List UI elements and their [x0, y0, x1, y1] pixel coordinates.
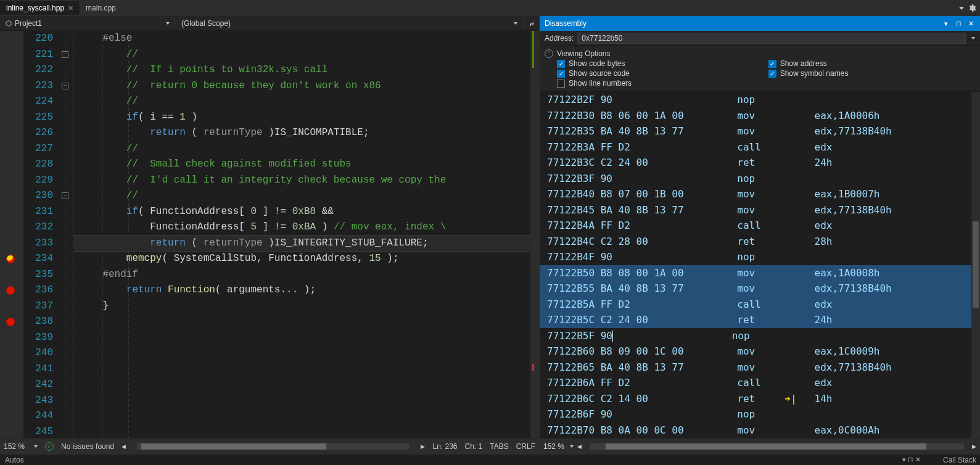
tab-main-cpp[interactable]: main.cpp — [80, 1, 122, 15]
option-codeBytes[interactable]: ✓Show code bytes — [557, 59, 759, 68]
disassembly-listing[interactable]: 77122B2F 90 nop 77122B30 B8 06 00 1A 00 … — [540, 92, 980, 438]
disasm-line[interactable]: 77122B70 B8 0A 00 0C 00 mov eax,0C000Ah — [540, 422, 980, 438]
disasm-line[interactable]: 77122B6A FF D2 call edx — [540, 375, 980, 391]
line-number-gutter: 2202212222232242252262272282292302312322… — [23, 31, 59, 438]
window-menu-icon[interactable]: ▾ — [942, 19, 950, 28]
option-symbol[interactable]: ✓Show symbol names — [768, 69, 975, 78]
project-selector[interactable]: Project1 — [0, 18, 175, 29]
disasm-line[interactable]: 77122B4C C2 28 00 ret 28h — [540, 234, 980, 250]
check-icon: ✓ — [45, 442, 54, 451]
chevron-down-icon[interactable] — [971, 37, 975, 39]
breakpoint-gutter[interactable] — [0, 31, 23, 438]
viewing-options-toggle[interactable]: ˄ Viewing Options — [545, 48, 975, 59]
close-icon[interactable]: ✕ — [68, 4, 73, 12]
file-tabs: inline_syscall.hpp ✕ main.cpp — [0, 0, 980, 16]
fold-toggle[interactable]: − — [62, 83, 68, 89]
breakpoint-marker[interactable] — [6, 255, 15, 263]
scope-bar: Project1 (Global Scope) ⇄ — [0, 16, 539, 31]
address-bar: Address: — [540, 31, 980, 46]
disasm-line[interactable]: 77122B40 B8 07 00 1B 00 mov eax,1B0007h — [540, 186, 980, 202]
disasm-line[interactable]: 77122B5F 90 nop — [540, 328, 980, 344]
disasm-line[interactable]: 77122B3F 90 nop — [540, 171, 980, 187]
indent-mode[interactable]: TABS — [490, 442, 508, 451]
vertical-scrollbar[interactable] — [971, 92, 980, 438]
tab-label: main.cpp — [86, 4, 116, 12]
code-line[interactable]: } — [74, 298, 530, 315]
disasm-line[interactable]: 77122B5A FF D2 call edx — [540, 297, 980, 313]
callstack-label[interactable]: Call Stack — [943, 456, 976, 464]
chevron-down-icon — [166, 22, 170, 25]
disasm-line[interactable]: 77122B4F 90 nop — [540, 249, 980, 265]
fold-gutter[interactable]: −−− — [59, 31, 74, 438]
address-label: Address: — [545, 34, 574, 43]
code-line[interactable]: // Small check against modified stubs — [74, 157, 530, 173]
checkbox-icon: ✓ — [557, 70, 565, 78]
disasm-line[interactable]: 77122B2F 90 nop — [540, 92, 980, 108]
zoom-level[interactable]: 152 % — [543, 442, 564, 451]
tabs-dropdown-icon[interactable] — [959, 7, 964, 10]
bottom-tool-windows: Autos ▾ ⊓ ✕ Call Stack — [0, 454, 980, 465]
chevron-down-icon[interactable] — [34, 445, 38, 448]
checkbox-icon — [557, 80, 565, 88]
code-line[interactable]: return Function( arguments... ); — [74, 282, 530, 298]
breakpoint-marker[interactable] — [6, 318, 15, 326]
code-line[interactable]: #endif — [74, 267, 530, 283]
disasm-line[interactable]: 77122B30 B8 06 00 1A 00 mov eax,1A0006h — [540, 108, 980, 124]
code-line[interactable]: memcpy( SystemCallStub, FunctionAddress,… — [74, 251, 530, 267]
address-input[interactable] — [577, 33, 966, 44]
viewing-options-label: Viewing Options — [557, 49, 611, 58]
zoom-level[interactable]: 152 % — [4, 442, 25, 451]
code-line[interactable]: // return 0 because they don't work on x… — [74, 78, 530, 94]
code-line[interactable]: #else — [74, 31, 530, 47]
disasm-line[interactable]: 77122B5C C2 24 00 ret 24h — [540, 312, 980, 328]
disassembly-titlebar[interactable]: Disassembly ▾ ⊓ ✕ — [540, 16, 980, 31]
disasm-line[interactable]: 77122B55 BA 40 8B 13 77 mov edx,77138B40… — [540, 281, 980, 297]
gear-icon[interactable] — [968, 4, 976, 12]
project-icon — [5, 20, 12, 27]
disasm-line[interactable]: 77122B6C C2 14 00 ret ➔| 14h — [540, 391, 980, 407]
checkbox-icon: ✓ — [768, 60, 776, 68]
option-address[interactable]: ✓Show address — [768, 59, 975, 68]
code-line[interactable]: // I'd call it an integrity check becaus… — [74, 173, 530, 189]
breakpoint-marker[interactable] — [6, 286, 15, 295]
horizontal-scrollbar[interactable] — [137, 443, 410, 450]
fold-toggle[interactable]: − — [62, 51, 68, 58]
eol-mode[interactable]: CRLF — [516, 442, 535, 451]
option-source[interactable]: ✓Show source code — [557, 69, 759, 78]
option-lineNums[interactable]: Show line numbers — [557, 79, 759, 88]
code-line[interactable]: return ( returnType )IS_INTEGRITY_STUB_F… — [74, 236, 530, 252]
code-line[interactable]: // If i points to win32k.sys call — [74, 62, 530, 78]
code-line[interactable]: if( i == 1 ) — [74, 110, 530, 126]
tab-inline-syscall[interactable]: inline_syscall.hpp ✕ — [0, 1, 80, 15]
pin-icon[interactable]: ⊓ — [954, 19, 963, 28]
disasm-line[interactable]: 77122B6F 90 nop — [540, 406, 980, 422]
scope-label: (Global Scope) — [181, 19, 231, 28]
code-line[interactable]: // — [74, 94, 530, 110]
code-editor[interactable]: 2202212222232242252262272282292302312322… — [0, 31, 539, 438]
disasm-line[interactable]: 77122B3C C2 24 00 ret 24h — [540, 155, 980, 171]
disasm-line[interactable]: 77122B3A FF D2 call edx — [540, 139, 980, 155]
code-line[interactable]: // — [74, 141, 530, 157]
disasm-line[interactable]: 77122B65 BA 40 8B 13 77 mov edx,77138B40… — [540, 360, 980, 376]
disasm-line[interactable]: 77122B60 B8 09 00 1C 00 mov eax,1C0009h — [540, 344, 980, 360]
issues-label[interactable]: No issues found — [61, 442, 114, 451]
checkbox-icon: ✓ — [557, 60, 565, 68]
disasm-line[interactable]: 77122B45 BA 40 8B 13 77 mov edx,77138B40… — [540, 202, 980, 218]
collapse-icon: ˄ — [545, 49, 553, 58]
close-icon[interactable]: ✕ — [966, 19, 975, 28]
code-line[interactable]: // — [74, 47, 530, 63]
code-line[interactable]: return ( returnType )IS_INCOMPATIBLE; — [74, 125, 530, 141]
horizontal-scrollbar[interactable] — [589, 443, 965, 450]
disasm-line[interactable]: 77122B35 BA 40 8B 13 77 mov edx,77138B40… — [540, 123, 980, 139]
autos-tab[interactable]: Autos — [0, 456, 24, 464]
code-line[interactable]: FunctionAddress[ 5 ] != 0xBA ) // mov ea… — [74, 220, 530, 236]
disasm-line[interactable]: 77122B50 B8 08 00 1A 00 mov eax,1A0008h — [540, 265, 980, 281]
split-view-button[interactable]: ⇄ — [524, 19, 539, 28]
fold-toggle[interactable]: − — [62, 192, 68, 199]
code-line[interactable]: // — [74, 188, 530, 204]
code-line[interactable]: if( FunctionAddress[ 0 ] != 0xB8 && — [74, 204, 530, 220]
disasm-line[interactable]: 77122B4A FF D2 call edx — [540, 218, 980, 234]
chevron-down-icon[interactable] — [570, 445, 574, 448]
viewing-options: ˄ Viewing Options ✓Show code bytes✓Show … — [540, 46, 980, 92]
scope-selector[interactable]: (Global Scope) — [175, 18, 524, 29]
